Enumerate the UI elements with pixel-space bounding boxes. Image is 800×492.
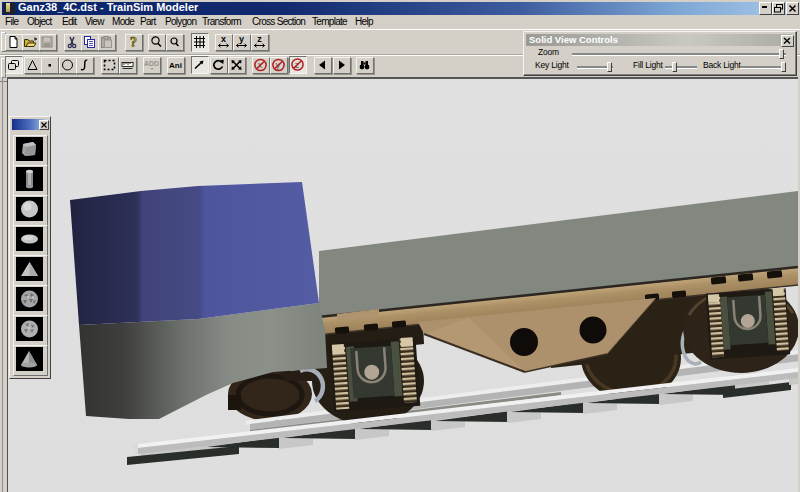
svg-text:ADD: ADD	[144, 60, 159, 67]
svg-text:x: x	[221, 35, 226, 44]
svg-text:y: y	[239, 35, 244, 44]
svg-text:z: z	[257, 35, 262, 44]
svg-text:Ani: Ani	[169, 61, 182, 70]
svg-text:?: ?	[130, 35, 137, 49]
